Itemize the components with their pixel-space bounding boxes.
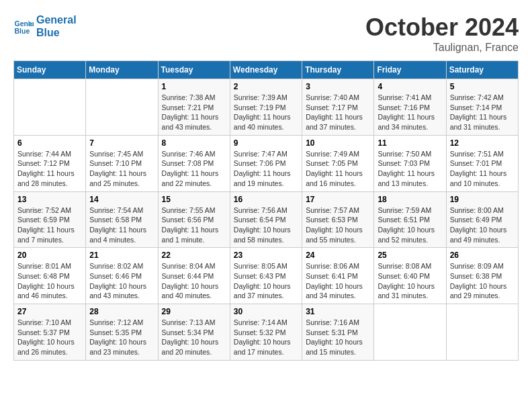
day-number: 21 [89,250,154,260]
day-info: Sunrise: 7:54 AM Sunset: 6:58 PM Dayligh… [89,205,154,245]
calendar-cell: 23Sunrise: 8:05 AM Sunset: 6:43 PM Dayli… [230,248,302,304]
weekday-header-thursday: Thursday [302,61,374,79]
calendar-cell: 24Sunrise: 8:06 AM Sunset: 6:41 PM Dayli… [302,248,374,304]
day-info: Sunrise: 7:41 AM Sunset: 7:16 PM Dayligh… [378,93,442,132]
day-number: 7 [89,138,154,148]
calendar-cell [86,79,158,136]
calendar-cell: 10Sunrise: 7:49 AM Sunset: 7:05 PM Dayli… [302,135,374,191]
day-number: 25 [378,250,442,260]
day-number: 10 [306,138,370,148]
calendar-cell: 8Sunrise: 7:46 AM Sunset: 7:08 PM Daylig… [158,135,230,191]
calendar-cell: 26Sunrise: 8:09 AM Sunset: 6:38 PM Dayli… [446,248,518,304]
day-info: Sunrise: 7:40 AM Sunset: 7:17 PM Dayligh… [306,93,370,132]
day-info: Sunrise: 8:00 AM Sunset: 6:49 PM Dayligh… [450,205,515,245]
calendar-cell: 7Sunrise: 7:45 AM Sunset: 7:10 PM Daylig… [86,135,158,191]
day-number: 18 [378,195,442,204]
calendar-cell: 31Sunrise: 7:16 AM Sunset: 5:31 PM Dayli… [302,304,374,361]
day-info: Sunrise: 7:52 AM Sunset: 6:59 PM Dayligh… [17,205,82,245]
calendar-cell: 17Sunrise: 7:57 AM Sunset: 6:53 PM Dayli… [302,191,374,248]
calendar-cell: 21Sunrise: 8:02 AM Sunset: 6:46 PM Dayli… [86,248,158,304]
calendar-cell: 20Sunrise: 8:01 AM Sunset: 6:48 PM Dayli… [14,248,86,304]
calendar-cell: 11Sunrise: 7:50 AM Sunset: 7:03 PM Dayli… [374,135,446,191]
day-info: Sunrise: 7:13 AM Sunset: 5:34 PM Dayligh… [162,318,226,357]
day-number: 17 [306,195,370,204]
calendar-cell: 19Sunrise: 8:00 AM Sunset: 6:49 PM Dayli… [446,191,518,248]
title-block: October 2024 Taulignan, France [365,13,519,54]
day-info: Sunrise: 7:39 AM Sunset: 7:19 PM Dayligh… [234,93,298,132]
logo-blue: Blue [36,26,77,39]
day-info: Sunrise: 8:02 AM Sunset: 6:46 PM Dayligh… [89,261,154,301]
weekday-header-sunday: Sunday [14,61,86,79]
calendar-cell: 9Sunrise: 7:47 AM Sunset: 7:06 PM Daylig… [230,135,302,191]
calendar-cell: 14Sunrise: 7:54 AM Sunset: 6:58 PM Dayli… [86,191,158,248]
calendar-cell: 13Sunrise: 7:52 AM Sunset: 6:59 PM Dayli… [14,191,86,248]
calendar-week-row: 1Sunrise: 7:38 AM Sunset: 7:21 PM Daylig… [14,79,519,136]
day-number: 31 [306,307,370,316]
calendar-cell [14,79,86,136]
day-info: Sunrise: 7:55 AM Sunset: 6:56 PM Dayligh… [162,205,226,245]
day-info: Sunrise: 8:09 AM Sunset: 6:38 PM Dayligh… [450,261,515,301]
day-info: Sunrise: 7:45 AM Sunset: 7:10 PM Dayligh… [89,149,154,189]
day-info: Sunrise: 7:12 AM Sunset: 5:35 PM Dayligh… [89,318,154,357]
day-number: 4 [378,82,442,91]
calendar-cell: 30Sunrise: 7:14 AM Sunset: 5:32 PM Dayli… [230,304,302,361]
calendar-table: SundayMondayTuesdayWednesdayThursdayFrid… [13,60,519,361]
calendar-cell: 29Sunrise: 7:13 AM Sunset: 5:34 PM Dayli… [158,304,230,361]
day-number: 28 [89,307,154,316]
day-info: Sunrise: 7:56 AM Sunset: 6:54 PM Dayligh… [234,205,298,245]
weekday-header-friday: Friday [374,61,446,79]
day-info: Sunrise: 7:49 AM Sunset: 7:05 PM Dayligh… [306,149,370,189]
calendar-cell: 1Sunrise: 7:38 AM Sunset: 7:21 PM Daylig… [158,79,230,136]
day-number: 2 [234,82,298,91]
logo-icon: General Blue [13,16,34,36]
day-number: 26 [450,250,515,260]
day-number: 29 [162,307,226,316]
logo-general: General [36,13,77,26]
calendar-cell: 2Sunrise: 7:39 AM Sunset: 7:19 PM Daylig… [230,79,302,136]
calendar-cell: 3Sunrise: 7:40 AM Sunset: 7:17 PM Daylig… [302,79,374,136]
calendar-week-row: 13Sunrise: 7:52 AM Sunset: 6:59 PM Dayli… [14,191,519,248]
day-info: Sunrise: 8:04 AM Sunset: 6:44 PM Dayligh… [162,261,226,301]
calendar-week-row: 20Sunrise: 8:01 AM Sunset: 6:48 PM Dayli… [14,248,519,304]
calendar-week-row: 27Sunrise: 7:10 AM Sunset: 5:37 PM Dayli… [14,304,519,361]
day-number: 3 [306,82,370,91]
day-number: 5 [450,82,515,91]
day-number: 9 [234,138,298,148]
day-number: 30 [234,307,298,316]
calendar-cell [374,304,446,361]
calendar-cell: 6Sunrise: 7:44 AM Sunset: 7:12 PM Daylig… [14,135,86,191]
weekday-header-tuesday: Tuesday [158,61,230,79]
svg-text:Blue: Blue [15,27,30,35]
day-number: 14 [89,195,154,204]
day-info: Sunrise: 8:08 AM Sunset: 6:40 PM Dayligh… [378,261,442,301]
day-number: 12 [450,138,515,148]
weekday-header-wednesday: Wednesday [230,61,302,79]
weekday-header-row: SundayMondayTuesdayWednesdayThursdayFrid… [14,61,519,79]
calendar-cell: 28Sunrise: 7:12 AM Sunset: 5:35 PM Dayli… [86,304,158,361]
calendar-cell: 18Sunrise: 7:59 AM Sunset: 6:51 PM Dayli… [374,191,446,248]
day-info: Sunrise: 8:01 AM Sunset: 6:48 PM Dayligh… [17,261,82,301]
day-info: Sunrise: 7:51 AM Sunset: 7:01 PM Dayligh… [450,149,515,189]
day-number: 20 [17,250,82,260]
day-number: 15 [162,195,226,204]
day-number: 13 [17,195,82,204]
logo: General Blue General Blue [13,13,77,39]
calendar-cell: 5Sunrise: 7:42 AM Sunset: 7:14 PM Daylig… [446,79,518,136]
day-info: Sunrise: 7:16 AM Sunset: 5:31 PM Dayligh… [306,318,370,357]
day-info: Sunrise: 7:38 AM Sunset: 7:21 PM Dayligh… [162,93,226,132]
day-info: Sunrise: 7:44 AM Sunset: 7:12 PM Dayligh… [17,149,82,189]
page-header: General Blue General Blue October 2024 T… [13,13,519,54]
day-info: Sunrise: 7:57 AM Sunset: 6:53 PM Dayligh… [306,205,370,245]
day-number: 24 [306,250,370,260]
day-number: 8 [162,138,226,148]
day-number: 22 [162,250,226,260]
calendar-cell: 12Sunrise: 7:51 AM Sunset: 7:01 PM Dayli… [446,135,518,191]
day-info: Sunrise: 7:50 AM Sunset: 7:03 PM Dayligh… [378,149,442,189]
day-number: 19 [450,195,515,204]
day-info: Sunrise: 7:10 AM Sunset: 5:37 PM Dayligh… [17,318,82,357]
weekday-header-saturday: Saturday [446,61,518,79]
location-subtitle: Taulignan, France [365,42,519,54]
weekday-header-monday: Monday [86,61,158,79]
day-info: Sunrise: 8:06 AM Sunset: 6:41 PM Dayligh… [306,261,370,301]
calendar-cell: 25Sunrise: 8:08 AM Sunset: 6:40 PM Dayli… [374,248,446,304]
